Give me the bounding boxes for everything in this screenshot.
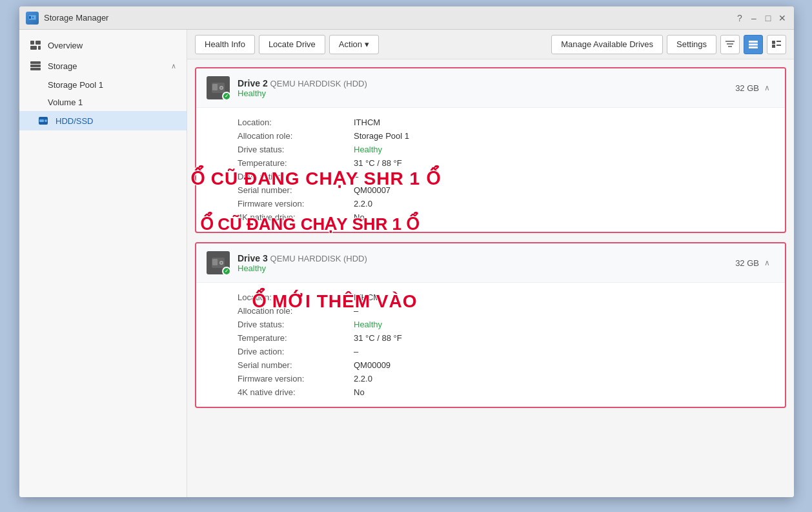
drive3-detail-action: Drive action: –: [238, 345, 775, 358]
sidebar-overview-label: Overview: [48, 41, 83, 50]
svg-point-2: [32, 16, 34, 18]
svg-rect-9: [30, 68, 41, 70]
toolbar: Health Info Locate Drive Action ▾ Manage…: [187, 30, 794, 59]
minimize-button[interactable]: –: [749, 13, 759, 23]
svg-rect-1: [29, 16, 31, 19]
toolbar-right: [720, 35, 786, 54]
drive3-icon-wrap: [207, 251, 230, 274]
drive3-model: QEMU HARDDISK (HDD): [270, 254, 367, 263]
sidebar: Overview Storage ∧ Storage Pool 1 Volume…: [19, 30, 187, 497]
locate-drive-button[interactable]: Locate Drive: [259, 35, 325, 54]
action-dropdown-icon: ▾: [365, 39, 369, 49]
sidebar-item-volume-1[interactable]: Volume 1: [19, 94, 187, 111]
svg-rect-17: [749, 43, 758, 45]
storage-pool-1-label: Storage Pool 1: [48, 80, 103, 90]
main-layout: Overview Storage ∧ Storage Pool 1 Volume…: [19, 30, 794, 497]
action-label: Action: [339, 39, 362, 49]
svg-rect-22: [776, 45, 781, 46]
svg-point-30: [221, 262, 223, 264]
close-button[interactable]: ✕: [777, 13, 787, 23]
sidebar-item-hdd-ssd[interactable]: HDD/SSD: [19, 111, 187, 130]
sidebar-item-overview[interactable]: Overview: [19, 35, 187, 56]
drive-card-drive2: Drive 2 QEMU HARDDISK (HDD) Healthy 32 G…: [195, 67, 786, 233]
drive3-detail-firmware: Firmware version: 2.2.0: [238, 372, 775, 385]
drive3-header: Drive 3 QEMU HARDDISK (HDD) Healthy 32 G…: [196, 243, 785, 283]
drive2-size: 32 GB: [735, 83, 759, 93]
drive3-collapse-button[interactable]: ∧: [759, 255, 775, 271]
svg-rect-7: [30, 61, 41, 64]
svg-rect-19: [772, 41, 775, 44]
drive3-detail-allocation: Allocation role: –: [238, 304, 775, 318]
svg-point-11: [45, 119, 47, 122]
drive3-detail-temp: Temperature: 31 °C / 88 °F: [238, 331, 775, 345]
storage-icon: [30, 60, 41, 72]
app-icon: [26, 12, 39, 25]
svg-rect-28: [212, 259, 218, 265]
settings-button[interactable]: Settings: [667, 35, 716, 54]
drive2-detail-status: Drive status: Healthy: [238, 143, 775, 156]
svg-rect-4: [36, 41, 41, 45]
manage-drives-button[interactable]: Manage Available Drives: [551, 35, 663, 54]
content-area: Health Info Locate Drive Action ▾ Manage…: [187, 30, 794, 497]
svg-point-26: [221, 87, 223, 89]
svg-rect-16: [749, 41, 758, 43]
health-info-button[interactable]: Health Info: [195, 35, 255, 54]
drive2-detail-location: Location: ITHCM: [238, 116, 775, 129]
svg-rect-8: [30, 65, 41, 67]
window-controls: ? – □ ✕: [735, 13, 787, 23]
drive2-model: QEMU HARDDISK (HDD): [270, 79, 367, 88]
drive2-detail-allocation: Allocation role: Storage Pool 1: [238, 129, 775, 143]
hdd-ssd-label: HDD/SSD: [56, 116, 94, 126]
drive-card-drive3: Drive 3 QEMU HARDDISK (HDD) Healthy 32 G…: [195, 242, 786, 408]
help-button[interactable]: ?: [735, 13, 745, 23]
svg-rect-21: [772, 45, 775, 48]
drive2-detail-firmware: Firmware version: 2.2.0: [238, 197, 775, 210]
drive-list: Drive 2 QEMU HARDDISK (HDD) Healthy 32 G…: [187, 59, 794, 497]
hdd-icon: [37, 115, 49, 127]
drive2-detail-serial: Serial number: QM00007: [238, 183, 775, 197]
drive2-detail-4k: 4K native drive: No: [238, 210, 775, 224]
drive3-detail-status: Drive status: Healthy: [238, 318, 775, 331]
storage-chevron-icon: ∧: [171, 62, 176, 70]
svg-rect-18: [749, 46, 758, 48]
storage-manager-window: Storage Manager ? – □ ✕ Overview: [19, 6, 794, 497]
drive2-icon-wrap: [207, 76, 230, 99]
drive2-header: Drive 2 QEMU HARDDISK (HDD) Healthy 32 G…: [196, 68, 785, 108]
sidebar-storage-label: Storage: [48, 61, 77, 71]
drive3-status-badge: [222, 267, 231, 276]
drive3-status: Healthy: [238, 263, 725, 273]
sidebar-item-storage-pool-1[interactable]: Storage Pool 1: [19, 76, 187, 94]
drive2-details: Location: ITHCM Allocation role: Storage…: [196, 108, 785, 232]
drive2-collapse-button[interactable]: ∧: [759, 80, 775, 96]
drive3-detail-serial: Serial number: QM00009: [238, 358, 775, 372]
drive2-detail-temp: Temperature: 31 °C / 88 °F: [238, 156, 775, 170]
list-view-button[interactable]: [744, 35, 763, 54]
drive3-name: Drive 3 QEMU HARDDISK (HDD): [238, 253, 725, 263]
overview-icon: [30, 39, 41, 51]
window-title: Storage Manager: [44, 13, 735, 23]
drive3-detail-location: Location: ITHCM: [238, 291, 775, 304]
action-button[interactable]: Action ▾: [329, 35, 379, 54]
drive2-status-badge: [222, 92, 231, 101]
svg-rect-3: [30, 41, 34, 45]
filter-icon-button[interactable]: [720, 35, 740, 54]
sidebar-section-storage[interactable]: Storage ∧: [19, 56, 187, 76]
drive3-title: Drive 3 QEMU HARDDISK (HDD) Healthy: [238, 253, 725, 273]
drive2-name: Drive 2 QEMU HARDDISK (HDD): [238, 78, 725, 88]
volume-1-label: Volume 1: [48, 97, 83, 107]
svg-rect-5: [30, 46, 37, 50]
detail-view-button[interactable]: [767, 35, 786, 54]
svg-rect-20: [776, 41, 781, 42]
drive2-title: Drive 2 QEMU HARDDISK (HDD) Healthy: [238, 78, 725, 98]
drive2-status: Healthy: [238, 88, 725, 98]
svg-rect-12: [39, 119, 44, 122]
drive2-detail-action: Drive action: –: [238, 170, 775, 183]
maximize-button[interactable]: □: [763, 13, 773, 23]
drive3-details: Location: ITHCM Allocation role: – Drive…: [196, 283, 785, 407]
titlebar: Storage Manager ? – □ ✕: [19, 6, 794, 30]
svg-rect-6: [38, 46, 41, 50]
drive3-detail-4k: 4K native drive: No: [238, 385, 775, 399]
drive3-size: 32 GB: [735, 258, 759, 268]
svg-rect-24: [212, 84, 218, 90]
